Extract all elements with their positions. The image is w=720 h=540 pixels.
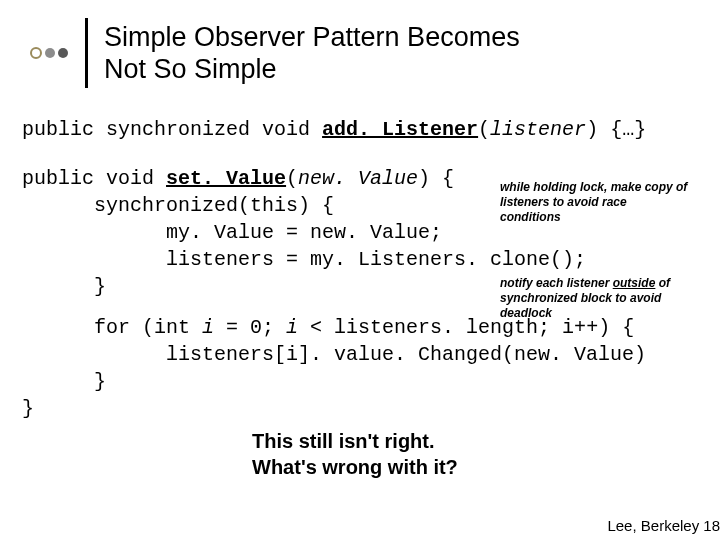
spacer <box>22 143 700 165</box>
code-line: } <box>22 395 700 422</box>
code-line: listeners[i]. value. Changed(new. Value) <box>22 341 700 368</box>
code-text: ( <box>478 118 490 141</box>
code-text: synchronized(this) { <box>22 194 334 217</box>
slide-body: public synchronized void add. Listener(l… <box>0 98 720 480</box>
code-var: i <box>202 316 214 339</box>
bullet-dot <box>30 47 42 59</box>
bullet-dot <box>45 48 55 58</box>
title-line2: Not So Simple <box>104 54 277 84</box>
slide-header: Simple Observer Pattern Becomes Not So S… <box>0 0 720 98</box>
code-text: for (int <box>22 316 202 339</box>
code-text: listeners = my. Listeners. clone(); <box>22 248 586 271</box>
code-line: public synchronized void add. Listener(l… <box>22 116 700 143</box>
annotation-underline: outside <box>613 276 656 290</box>
slide-footer: Lee, Berkeley 18 <box>607 517 720 534</box>
code-method: add. Listener <box>322 118 478 141</box>
code-text: ) { <box>418 167 454 190</box>
code-text: } <box>22 370 106 393</box>
code-text: ) {…} <box>586 118 646 141</box>
question-line: What's wrong with it? <box>252 456 458 478</box>
code-text: } <box>22 275 106 298</box>
code-line: } <box>22 368 700 395</box>
code-text: listeners[i]. value. Changed(new. Value) <box>22 343 646 366</box>
title-line1: Simple Observer Pattern Becomes <box>104 22 520 52</box>
annotation-text: while holding lock, make copy of listene… <box>500 180 687 224</box>
decorative-bullets <box>30 47 71 59</box>
code-text: my. Value = new. Value; <box>22 221 442 244</box>
code-line: listeners = my. Listeners. clone(); <box>22 246 700 273</box>
code-text: ( <box>286 167 298 190</box>
title-divider <box>85 18 88 88</box>
code-method: set. Value <box>166 167 286 190</box>
question-block: This still isn't right. What's wrong wit… <box>252 428 700 480</box>
annotation-text: notify each listener <box>500 276 613 290</box>
annotation-deadlock: notify each listener outside of synchron… <box>500 276 690 321</box>
code-text: public void <box>22 167 166 190</box>
code-text: = 0; <box>214 316 286 339</box>
code-param: listener <box>490 118 586 141</box>
code-text: public synchronized void <box>22 118 322 141</box>
bullet-dot <box>58 48 68 58</box>
code-var: i <box>286 316 298 339</box>
slide-title: Simple Observer Pattern Becomes Not So S… <box>104 21 520 86</box>
question-line: This still isn't right. <box>252 430 435 452</box>
code-text: } <box>22 397 34 420</box>
annotation-race: while holding lock, make copy of listene… <box>500 180 690 225</box>
code-param: new. Value <box>298 167 418 190</box>
